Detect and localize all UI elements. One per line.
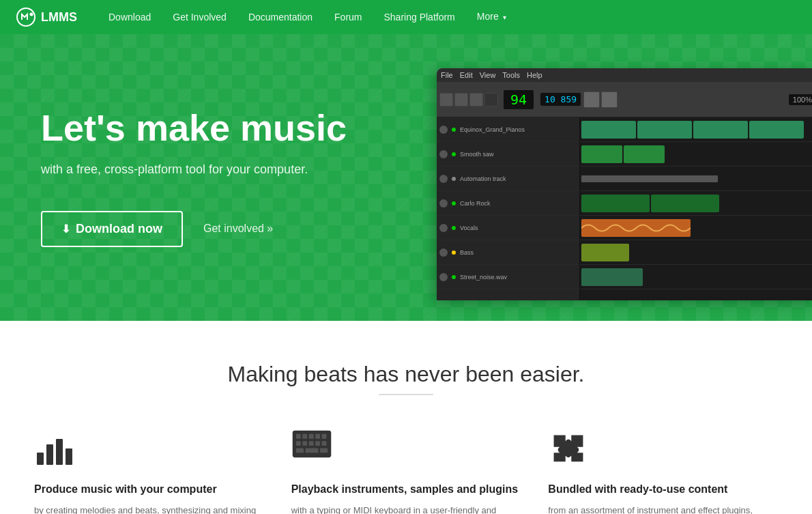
daw-time-display: 10 859 [540, 93, 581, 106]
pattern-row [580, 265, 812, 289]
track-led [452, 152, 456, 156]
keyboard-icon-svg [291, 429, 332, 459]
daw-tool-btn [439, 93, 453, 106]
get-involved-link[interactable]: Get involved » [203, 223, 273, 235]
daw-menu: File Edit View Tools Help [441, 71, 542, 79]
features-divider [379, 394, 433, 395]
svg-rect-9 [308, 434, 313, 439]
track-settings-icon [439, 224, 448, 232]
navigation: LMMS Download Get Involved Documentation… [0, 0, 812, 34]
svg-rect-16 [321, 441, 326, 446]
svg-rect-5 [66, 448, 72, 465]
pattern-row [580, 167, 812, 191]
track-led [452, 128, 456, 132]
pattern-row [580, 240, 812, 265]
track-settings-icon [439, 175, 448, 183]
track-led [452, 177, 456, 181]
nav-item-sharing-platform[interactable]: Sharing Platform [373, 0, 466, 34]
svg-point-1 [30, 13, 33, 16]
svg-rect-3 [46, 444, 53, 465]
track-row: Carlo Rock [437, 191, 579, 216]
svg-rect-18 [305, 448, 318, 453]
hero-content: Let's make music with a free, cross-plat… [41, 108, 347, 246]
pattern-block [693, 121, 748, 139]
produce-icon-svg [34, 429, 75, 470]
daw-screenshot: File Edit View Tools Help 94 10 859 100% [437, 68, 812, 300]
track-name-label: Automation track [460, 175, 577, 182]
bar-chart-icon [34, 429, 75, 470]
feature-playback-title: Playback instruments, samples and plugin… [291, 483, 519, 497]
svg-rect-2 [37, 453, 44, 465]
nav-item-download[interactable]: Download [98, 0, 162, 34]
pattern-row [580, 117, 812, 142]
svg-rect-14 [308, 441, 313, 446]
feature-produce-title: Produce music with your computer [34, 483, 217, 497]
daw-tempo-display: 94 [504, 90, 534, 109]
hero-section: Let's make music with a free, cross-plat… [0, 34, 812, 321]
track-name-label: Smooth saw [460, 151, 577, 158]
daw-toolbar: 94 10 859 100% [437, 82, 812, 117]
logo[interactable]: LMMS [16, 8, 77, 27]
track-led [452, 251, 456, 255]
pattern-row [580, 142, 812, 167]
track-name-label: Vocals [460, 225, 577, 231]
features-section: Making beats has never been easier. Prod… [0, 321, 812, 514]
track-name-label: Street_noise.wav [460, 274, 577, 281]
pattern-block [581, 121, 636, 139]
chevron-down-icon: ▾ [503, 14, 506, 21]
feature-bundled-desc: from an assortment of instrument and eff… [548, 504, 778, 514]
track-name-label: Bass [460, 249, 577, 256]
feature-playback-desc: with a typing or MIDI keyboard in a user… [291, 504, 521, 514]
nav-item-get-involved[interactable]: Get Involved [162, 0, 237, 34]
track-settings-icon [439, 248, 448, 257]
track-row: Street_noise.wav [437, 265, 579, 289]
svg-point-0 [17, 8, 35, 26]
pattern-block [637, 121, 692, 139]
svg-rect-7 [296, 434, 301, 439]
daw-stop-btn [601, 91, 618, 108]
nav-item-more[interactable]: More ▾ [466, 0, 517, 35]
track-name-label: Equinox_Grand_Pianos [460, 126, 577, 133]
svg-rect-15 [315, 441, 320, 446]
track-led [452, 201, 456, 205]
daw-ui: File Edit View Tools Help 94 10 859 100% [437, 68, 812, 300]
waveform-svg [581, 219, 691, 237]
daw-play-btn [583, 91, 600, 108]
svg-rect-13 [302, 441, 307, 446]
feature-bundled-title: Bundled with ready-to-use content [548, 483, 727, 497]
pattern-row [580, 216, 812, 240]
daw-zoom-display: 100% [789, 94, 812, 105]
track-led [452, 275, 456, 279]
track-led [452, 226, 456, 230]
pattern-block [749, 121, 804, 139]
pattern-block [581, 268, 643, 286]
nav-item-documentation[interactable]: Documentation [237, 0, 323, 34]
daw-tracks-area: Equinox_Grand_Pianos Smooth saw Automati… [437, 117, 812, 300]
pattern-block [581, 195, 650, 212]
pattern-block-waveform [581, 219, 691, 237]
feature-bundled: Bundled with ready-to-use content from a… [548, 429, 778, 514]
nav-item-forum[interactable]: Forum [323, 0, 373, 34]
svg-rect-4 [56, 439, 63, 465]
pattern-block [581, 244, 629, 261]
track-row: Smooth saw [437, 142, 579, 167]
features-grid: Produce music with your computer by crea… [34, 429, 778, 514]
daw-tool-btn [484, 93, 498, 106]
features-heading: Making beats has never been easier. [34, 362, 778, 387]
track-row: Vocals [437, 216, 579, 240]
hero-title: Let's make music [41, 108, 347, 148]
puzzle-icon [548, 429, 589, 470]
daw-titlebar: File Edit View Tools Help [437, 68, 812, 82]
svg-rect-8 [302, 434, 307, 439]
track-settings-icon [439, 273, 448, 281]
feature-playback: Playback instruments, samples and plugin… [291, 429, 521, 514]
download-arrow-icon: ⬇ [61, 223, 70, 235]
track-row: Equinox_Grand_Pianos [437, 117, 579, 142]
lmms-logo-icon [16, 8, 35, 27]
svg-rect-19 [320, 448, 328, 453]
track-row: Automation track [437, 167, 579, 191]
hero-subtitle: with a free, cross-platform tool for you… [41, 162, 347, 177]
download-now-button[interactable]: ⬇ Download now [41, 211, 183, 247]
svg-rect-11 [321, 434, 326, 439]
svg-rect-17 [296, 448, 304, 453]
